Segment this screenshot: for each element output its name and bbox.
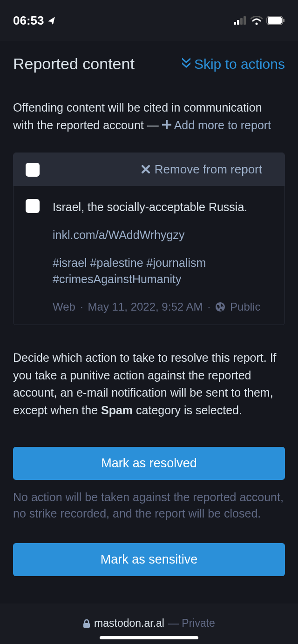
time-label: 06:53 xyxy=(13,13,44,28)
status-icons xyxy=(234,16,285,25)
select-all-checkbox[interactable] xyxy=(26,163,40,177)
status-time: 06:53 xyxy=(13,13,57,28)
actions-intro: Decide which action to take to resolve t… xyxy=(13,349,285,419)
plus-icon xyxy=(162,117,171,134)
actions-intro-bold: Spam xyxy=(101,404,133,417)
header-row: Reported content Skip to actions xyxy=(13,55,285,73)
page-title: Reported content xyxy=(13,55,135,73)
svg-rect-11 xyxy=(83,623,90,628)
wifi-icon xyxy=(251,16,263,25)
chevron-down-double-icon xyxy=(181,56,191,72)
skip-label: Skip to actions xyxy=(194,56,285,72)
home-indicator[interactable] xyxy=(100,636,198,639)
location-icon xyxy=(48,13,57,28)
mark-resolved-button[interactable]: Mark as resolved xyxy=(13,447,285,480)
report-item-body: Israel, the socially-acceptable Russia. … xyxy=(14,186,284,325)
post-link[interactable]: inkl.com/a/WAddWrhygzy xyxy=(53,228,272,242)
report-item-header: Remove from report xyxy=(14,153,284,186)
report-item-box: Remove from report Israel, the socially-… xyxy=(13,153,285,325)
intro-text: Offending content will be cited in commu… xyxy=(13,99,285,134)
remove-label: Remove from report xyxy=(155,162,262,177)
status-bar: 06:53 xyxy=(0,0,298,41)
item-checkbox[interactable] xyxy=(26,199,40,213)
signal-icon xyxy=(234,16,247,25)
post-text: Israel, the socially-acceptable Russia. xyxy=(53,199,272,215)
mark-sensitive-button[interactable]: Mark as sensitive xyxy=(13,543,285,576)
main-content: Reported content Skip to actions Offendi… xyxy=(0,41,298,604)
add-more-link[interactable]: Add more to report xyxy=(162,117,271,134)
svg-rect-7 xyxy=(283,19,284,22)
svg-rect-6 xyxy=(268,17,282,24)
svg-rect-3 xyxy=(244,16,246,25)
remove-from-report-link[interactable]: Remove from report xyxy=(142,162,262,177)
actions-intro-suffix: category is selected. xyxy=(133,404,242,417)
skip-to-actions-link[interactable]: Skip to actions xyxy=(181,56,285,72)
add-more-label: Add more to report xyxy=(174,117,271,134)
svg-rect-9 xyxy=(162,124,171,126)
battery-icon xyxy=(266,16,285,25)
url-domain: mastodon.ar.al xyxy=(94,617,164,630)
meta-date: May 11, 2022, 9:52 AM xyxy=(88,300,203,313)
mark-resolved-desc: No action will be taken against the repo… xyxy=(13,489,285,522)
post-meta: Web · May 11, 2022, 9:52 AM · Public xyxy=(53,300,272,313)
globe-icon xyxy=(215,302,225,312)
svg-rect-1 xyxy=(237,20,239,25)
svg-point-4 xyxy=(256,23,258,25)
close-icon xyxy=(142,162,150,177)
lock-icon xyxy=(83,619,90,628)
meta-visibility: Public xyxy=(230,300,260,313)
post-content: Israel, the socially-acceptable Russia. … xyxy=(53,199,272,313)
meta-separator-1: · xyxy=(80,300,83,313)
meta-source: Web xyxy=(53,300,75,313)
url-mode: — Private xyxy=(168,617,215,630)
post-tags: #israel #palestine #journalism #crimesAg… xyxy=(53,255,272,287)
url-bar[interactable]: mastodon.ar.al — Private xyxy=(0,617,298,630)
meta-separator-2: · xyxy=(207,300,210,313)
browser-bottom-bar: mastodon.ar.al — Private xyxy=(0,610,298,644)
svg-rect-0 xyxy=(234,22,236,25)
svg-rect-2 xyxy=(240,18,243,25)
